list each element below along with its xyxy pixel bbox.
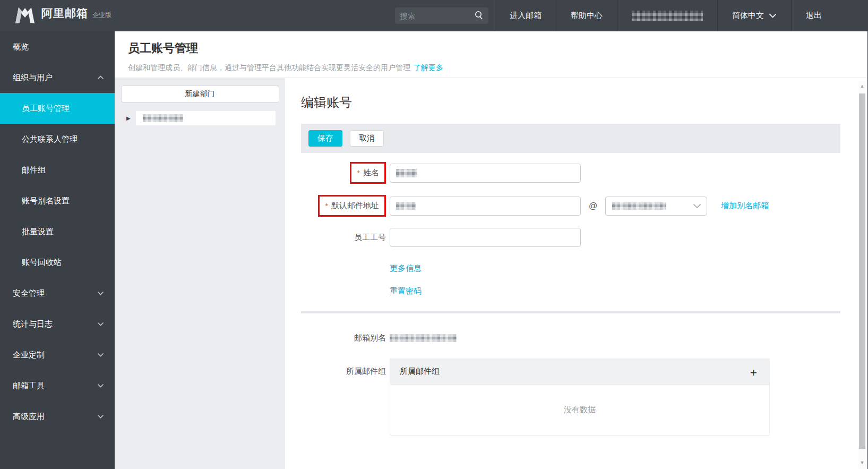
- no-data-text: 没有数据: [564, 405, 596, 415]
- sidebar-item-label: 安全管理: [13, 288, 45, 299]
- scroll-up-icon[interactable]: ▲: [858, 81, 866, 91]
- employee-id-input[interactable]: [390, 228, 581, 247]
- mailbox-alias-label: 邮箱别名: [354, 333, 386, 343]
- sidebar-item-label: 公共联系人管理: [22, 134, 78, 144]
- name-input[interactable]: [390, 164, 581, 183]
- sidebar-item-label: 账号回收站: [22, 258, 62, 268]
- sidebar-item-employee-accounts[interactable]: 员工账号管理: [0, 93, 115, 124]
- name-label-annotation-box: * 姓名: [350, 162, 386, 184]
- email-value-masked: [396, 202, 416, 210]
- scrollbar-thumb[interactable]: [859, 93, 865, 449]
- sidebar-item-security[interactable]: 安全管理: [0, 278, 115, 309]
- account-menu[interactable]: [617, 0, 717, 31]
- topbar: 阿里邮箱 企业版 进入邮箱 帮助中心 简体中文 退出: [0, 0, 868, 31]
- alimail-logo-icon: [14, 6, 36, 26]
- sidebar-item-label: 概览: [13, 42, 29, 52]
- sidebar-item-stats-logs[interactable]: 统计与日志: [0, 309, 115, 339]
- chevron-down-icon: [97, 322, 104, 326]
- new-department-button[interactable]: 新建部门: [121, 86, 279, 103]
- more-info-link[interactable]: 更多信息: [390, 263, 422, 272]
- enter-mailbox-link[interactable]: 进入邮箱: [495, 0, 556, 31]
- email-row: * 默认邮件地址 @ 增加别名邮箱: [301, 195, 840, 217]
- add-group-button[interactable]: ＋: [748, 366, 759, 377]
- sidebar-item-label: 邮箱工具: [13, 381, 45, 391]
- domain-select[interactable]: [605, 197, 707, 216]
- name-value-masked: [396, 169, 417, 177]
- required-mark: *: [357, 168, 360, 177]
- name-label: 姓名: [363, 168, 379, 178]
- sidebar-item-label: 高级应用: [13, 412, 45, 422]
- language-menu[interactable]: 简体中文: [717, 0, 791, 31]
- email-label: 默认邮件地址: [331, 201, 379, 211]
- learn-more-link[interactable]: 了解更多: [414, 63, 443, 72]
- sidebar-item-overview[interactable]: 概览: [0, 31, 115, 62]
- name-row: * 姓名: [301, 162, 840, 184]
- chevron-up-icon: [97, 75, 104, 80]
- mailbox-alias-row: 邮箱别名: [301, 333, 840, 343]
- logout-link[interactable]: 退出: [791, 0, 836, 31]
- edit-account-heading: 编辑账号: [301, 78, 840, 124]
- edit-account-main: 编辑账号 保存 取消 * 姓名 *: [285, 78, 868, 469]
- mail-groups-panel-title: 所属邮件组: [400, 366, 440, 377]
- chevron-down-icon: [97, 353, 104, 357]
- brand-edition: 企业版: [92, 11, 111, 20]
- sidebar-item-mail-groups[interactable]: 邮件组: [0, 155, 115, 185]
- vertical-scrollbar[interactable]: ▲ ▼: [858, 81, 866, 469]
- brand: 阿里邮箱 企业版: [14, 6, 111, 26]
- sidebar-item-account-alias[interactable]: 账号别名设置: [0, 185, 115, 216]
- editor-toolbar: 保存 取消: [301, 124, 840, 153]
- edit-account-form: * 姓名 * 默认邮件地址 @: [301, 162, 840, 436]
- department-node[interactable]: [136, 111, 276, 125]
- help-center-link[interactable]: 帮助中心: [556, 0, 617, 31]
- sidebar-item-mail-tools[interactable]: 邮箱工具: [0, 370, 115, 401]
- mail-groups-label: 所属邮件组: [346, 366, 386, 377]
- save-button[interactable]: 保存: [308, 130, 342, 147]
- required-mark: *: [325, 201, 328, 210]
- sidebar-item-label: 批量设置: [22, 227, 54, 237]
- chevron-down-icon: [97, 383, 104, 388]
- tree-row: ▶: [126, 111, 276, 125]
- sidebar-item-label: 账号别名设置: [22, 196, 70, 206]
- sidebar-item-recycle-bin[interactable]: 账号回收站: [0, 247, 115, 278]
- department-tree-panel: 新建部门 ▶: [115, 78, 285, 469]
- sidebar-item-batch-settings[interactable]: 批量设置: [0, 216, 115, 247]
- tree-caret-icon[interactable]: ▶: [126, 115, 131, 121]
- sidebar-item-label: 组织与用户: [13, 73, 53, 83]
- sidebar-item-public-contacts[interactable]: 公共联系人管理: [0, 124, 115, 155]
- search-icon[interactable]: [474, 10, 484, 23]
- sidebar-item-label: 邮件组: [22, 165, 46, 175]
- chevron-down-icon: [97, 291, 104, 295]
- sidebar-item-label: 企业定制: [13, 350, 45, 360]
- sidebar-item-org-users[interactable]: 组织与用户: [0, 62, 115, 93]
- employee-id-row: 员工工号: [301, 228, 840, 247]
- topbar-nav: 进入邮箱 帮助中心 简体中文 退出: [495, 0, 836, 31]
- sidebar-item-advanced-apps[interactable]: 高级应用: [0, 401, 115, 432]
- mail-groups-panel-body: 没有数据: [390, 385, 769, 435]
- mailbox-alias-value-masked: [390, 334, 457, 342]
- reset-password-link[interactable]: 重置密码: [390, 286, 422, 295]
- sidebar-item-enterprise-custom[interactable]: 企业定制: [0, 339, 115, 370]
- topbar-search: [395, 7, 488, 24]
- mail-groups-row: 所属邮件组 所属邮件组 ＋ 没有数据: [301, 359, 840, 436]
- logout-label: 退出: [806, 11, 822, 21]
- cancel-button[interactable]: 取消: [350, 130, 384, 147]
- chevron-down-icon: [693, 203, 701, 208]
- page-subtitle: 创建和管理成员、部门信息，通过与管理平台其他功能结合实现更灵活安全的用户管理了解…: [128, 63, 868, 73]
- mail-groups-panel-header: 所属邮件组 ＋: [390, 359, 769, 385]
- help-center-label: 帮助中心: [571, 11, 603, 21]
- chevron-down-icon: [97, 414, 104, 419]
- email-local-input[interactable]: [390, 197, 581, 216]
- section-divider: [301, 311, 840, 313]
- page-header: 员工账号管理 创建和管理成员、部门信息，通过与管理平台其他功能结合实现更灵活安全…: [115, 31, 868, 78]
- add-alias-link[interactable]: 增加别名邮箱: [721, 201, 769, 211]
- sidebar: 概览 组织与用户 员工账号管理 公共联系人管理 邮件组 账号别名设置 批量设置 …: [0, 31, 115, 469]
- brand-name: 阿里邮箱: [41, 6, 88, 21]
- scroll-down-icon[interactable]: ▼: [858, 457, 866, 468]
- page-title: 员工账号管理: [128, 40, 868, 56]
- at-sign: @: [589, 201, 597, 211]
- chevron-down-icon: [769, 13, 777, 18]
- sidebar-item-label: 统计与日志: [13, 319, 53, 329]
- enter-mailbox-label: 进入邮箱: [510, 11, 542, 21]
- sidebar-item-label: 员工账号管理: [22, 104, 70, 114]
- language-label: 简体中文: [732, 11, 764, 21]
